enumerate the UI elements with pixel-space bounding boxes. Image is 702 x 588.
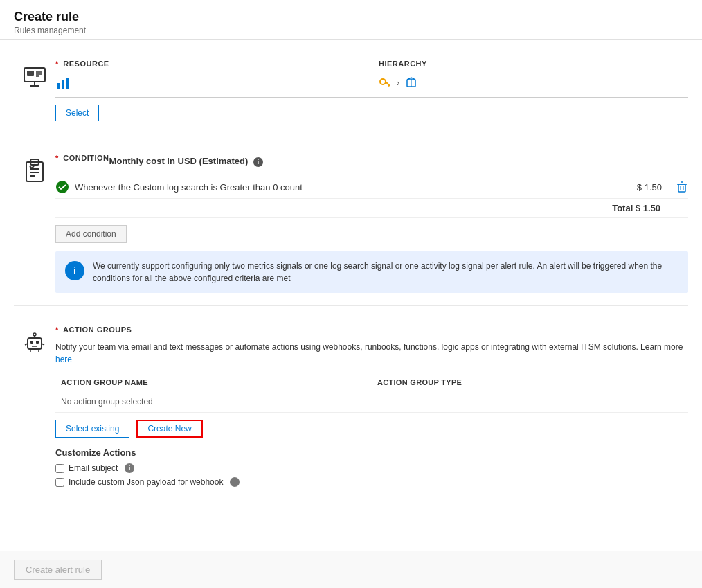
json-payload-label: Include custom Json payload for webhook: [69, 477, 223, 487]
json-payload-checkbox[interactable]: [55, 478, 64, 487]
action-group-name-header: ACTION GROUP NAME: [55, 374, 372, 391]
key-icon: [379, 76, 391, 89]
action-groups-section-icon: [14, 326, 55, 356]
info-banner-icon: i: [65, 261, 84, 280]
monthly-cost-header: Monthly cost in USD (Estimated) i: [109, 156, 263, 167]
svg-point-31: [33, 333, 36, 336]
condition-check-icon: [55, 180, 69, 194]
no-action-row: No action group selected: [55, 391, 688, 413]
condition-row: Whenever the Custom log search is Greate…: [55, 176, 688, 199]
action-groups-label: * ACTION GROUPS: [55, 326, 688, 334]
resource-section: * RESOURCE HIERARCHY: [14, 47, 688, 134]
email-subject-label: Email subject: [69, 463, 118, 473]
chevron-right: ›: [397, 78, 399, 88]
select-resource-button[interactable]: Select: [55, 105, 99, 121]
action-groups-header-row: * ACTION GROUPS: [55, 326, 688, 334]
condition-section: * CONDITION Monthly cost in USD (Estimat…: [14, 141, 688, 306]
json-payload-row: Include custom Json payload for webhook …: [55, 477, 688, 487]
svg-rect-3: [27, 71, 34, 76]
resource-section-body: * RESOURCE HIERARCHY: [55, 60, 688, 121]
main-content: * RESOURCE HIERARCHY: [0, 40, 702, 551]
svg-rect-27: [30, 341, 33, 344]
email-subject-row: Email subject i: [55, 463, 688, 473]
condition-text: Whenever the Custom log search is Greate…: [75, 182, 303, 193]
page-title: Create rule: [14, 10, 688, 24]
customize-title: Customize Actions: [55, 447, 688, 458]
condition-header-row: * CONDITION Monthly cost in USD (Estimat…: [55, 154, 688, 169]
action-groups-section: * ACTION GROUPS Notify your team via ema…: [14, 313, 688, 504]
resource-type-icon: [55, 75, 71, 90]
page-subtitle: Rules management: [14, 26, 688, 35]
action-table-header-row: ACTION GROUP NAME ACTION GROUP TYPE: [55, 374, 688, 391]
action-groups-table: ACTION GROUP NAME ACTION GROUP TYPE No a…: [55, 374, 688, 413]
condition-right: $ 1.50: [620, 181, 688, 193]
svg-rect-9: [66, 78, 69, 89]
email-subject-info-icon: i: [125, 463, 134, 473]
page-wrapper: Create rule Rules management: [0, 0, 702, 588]
hierarchy-label: HIERARCHY: [379, 60, 688, 68]
svg-rect-8: [62, 80, 64, 89]
svg-point-10: [380, 79, 386, 84]
robot-icon: [21, 328, 48, 356]
info-banner-text: We currently support configuring only tw…: [93, 260, 678, 285]
info-banner: i We currently support configuring only …: [55, 251, 688, 293]
action-groups-description: Notify your team via email and text mess…: [55, 341, 688, 366]
action-groups-body: * ACTION GROUPS Notify your team via ema…: [55, 326, 688, 491]
action-group-type-header: ACTION GROUP TYPE: [372, 374, 688, 391]
email-subject-checkbox[interactable]: [55, 464, 64, 473]
condition-left: Whenever the Custom log search is Greate…: [55, 180, 303, 194]
condition-cost: $ 1.50: [620, 182, 662, 193]
clipboard-icon: [21, 157, 48, 184]
learn-more-link[interactable]: here: [55, 355, 72, 364]
page-footer: Create alert rule: [0, 551, 702, 588]
customize-section: Customize Actions Email subject i Includ…: [55, 447, 688, 487]
monthly-cost-info-icon: i: [253, 157, 263, 167]
monitor-icon: [21, 62, 48, 90]
condition-label: * CONDITION: [55, 154, 109, 162]
svg-line-11: [386, 82, 390, 86]
svg-rect-26: [28, 338, 42, 349]
svg-rect-7: [57, 83, 60, 89]
add-condition-button[interactable]: Add condition: [55, 225, 127, 243]
page-header: Create rule Rules management: [0, 0, 702, 40]
select-existing-button[interactable]: Select existing: [55, 420, 129, 438]
resource-section-icon: [14, 60, 55, 90]
resource-label: * RESOURCE: [55, 60, 365, 68]
no-action-text: No action group selected: [55, 391, 688, 413]
create-new-button[interactable]: Create New: [136, 420, 202, 438]
json-payload-info-icon: i: [230, 477, 240, 487]
create-alert-button[interactable]: Create alert rule: [14, 560, 102, 580]
delete-condition-icon[interactable]: [676, 181, 688, 193]
condition-total: Total $ 1.50: [55, 199, 688, 218]
condition-section-body: * CONDITION Monthly cost in USD (Estimat…: [55, 154, 688, 293]
svg-rect-28: [36, 341, 39, 344]
required-star: *: [55, 60, 59, 68]
svg-rect-21: [678, 184, 685, 192]
action-buttons: Select existing Create New: [55, 420, 688, 438]
box-icon: [405, 76, 417, 89]
condition-section-icon: [14, 154, 55, 184]
